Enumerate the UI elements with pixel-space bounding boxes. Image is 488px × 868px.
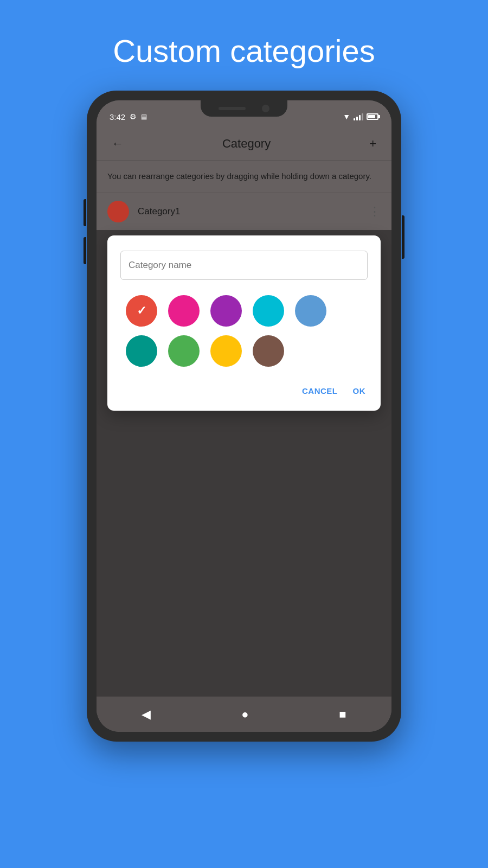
back-button[interactable]: ←	[107, 132, 128, 155]
phone-camera	[262, 105, 269, 112]
category-list: Category1 ⋮	[97, 193, 391, 230]
bottom-nav: ◀ ● ■	[97, 697, 391, 732]
color-swatch-blue[interactable]	[295, 295, 326, 327]
color-swatch-cyan[interactable]	[253, 295, 284, 327]
color-row-2	[120, 335, 368, 367]
color-swatch-pink[interactable]	[168, 295, 200, 327]
wifi-icon: ▼	[343, 112, 350, 121]
phone-frame: 3:42 ⚙ ▤ ▼ ← Category +	[87, 91, 401, 742]
add-category-button[interactable]: +	[365, 132, 381, 155]
dialog: CANCEL OK	[107, 235, 381, 411]
color-swatch-purple[interactable]	[210, 295, 242, 327]
more-icon[interactable]: ⋮	[369, 205, 381, 219]
nav-home-button[interactable]: ●	[241, 707, 248, 722]
volume-down-button	[84, 237, 86, 264]
color-swatch-red[interactable]	[126, 295, 157, 327]
color-swatch-yellow[interactable]	[210, 335, 242, 367]
app-bar: ← Category +	[97, 127, 391, 160]
signal-icon	[354, 113, 363, 120]
phone-notch	[201, 100, 287, 117]
category-item-name: Category1	[138, 206, 360, 217]
app-bar-title: Category	[222, 137, 271, 151]
battery-icon	[367, 113, 378, 120]
status-left: 3:42 ⚙ ▤	[110, 112, 147, 122]
battery-fill	[368, 115, 375, 118]
volume-up-button	[84, 199, 86, 226]
nav-recent-button[interactable]: ■	[339, 707, 346, 722]
table-row: Category1 ⋮	[97, 193, 391, 230]
color-swatch-green[interactable]	[168, 335, 200, 367]
phone-screen: 3:42 ⚙ ▤ ▼ ← Category +	[97, 100, 391, 732]
power-button	[402, 215, 404, 259]
page-title-text: Custom categories	[113, 33, 375, 69]
cancel-button[interactable]: CANCEL	[300, 382, 340, 400]
color-swatch-brown[interactable]	[253, 335, 284, 367]
color-swatch-teal[interactable]	[126, 335, 157, 367]
nav-back-button[interactable]: ◀	[142, 707, 151, 722]
sd-card-icon: ▤	[141, 113, 147, 120]
phone-speaker	[219, 107, 246, 110]
settings-icon: ⚙	[130, 112, 137, 121]
dialog-overlay: CANCEL OK	[97, 230, 391, 697]
color-picker	[120, 295, 368, 367]
category-name-input[interactable]	[120, 251, 368, 280]
dialog-actions: CANCEL OK	[120, 382, 368, 400]
status-right: ▼	[343, 112, 378, 121]
status-time: 3:42	[110, 112, 125, 122]
info-text: You can rearrange categories by dragging…	[97, 161, 391, 193]
color-row-1	[120, 295, 368, 327]
ok-button[interactable]: OK	[351, 382, 368, 400]
category-color-dot	[107, 201, 129, 222]
